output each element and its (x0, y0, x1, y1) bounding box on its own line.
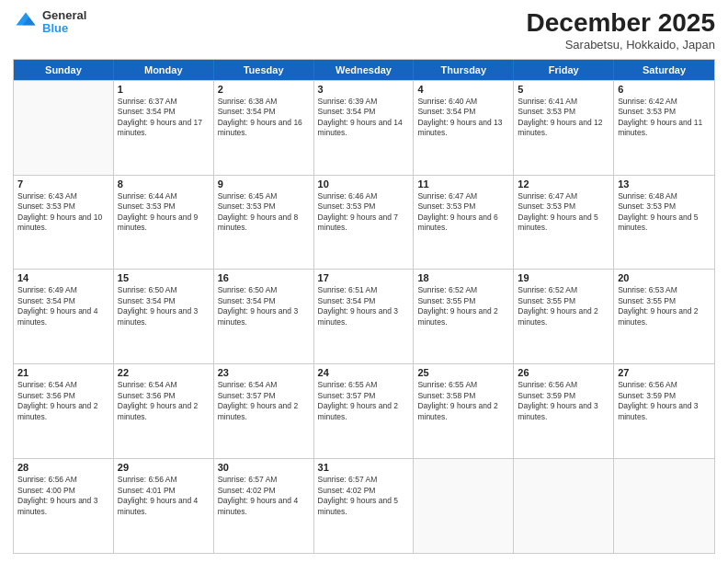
subtitle: Sarabetsu, Hokkaido, Japan (527, 38, 715, 52)
cal-row-4: 28Sunrise: 6:56 AM Sunset: 4:00 PM Dayli… (14, 458, 714, 553)
cal-cell-28: 28Sunrise: 6:56 AM Sunset: 4:00 PM Dayli… (14, 459, 114, 553)
cal-cell-22: 22Sunrise: 6:54 AM Sunset: 3:56 PM Dayli… (114, 364, 214, 458)
day-info: Sunrise: 6:46 AM Sunset: 3:53 PM Dayligh… (318, 191, 410, 234)
day-info: Sunrise: 6:54 AM Sunset: 3:57 PM Dayligh… (218, 380, 310, 422)
day-info: Sunrise: 6:55 AM Sunset: 3:57 PM Dayligh… (318, 380, 410, 422)
day-number: 26 (518, 367, 609, 378)
day-info: Sunrise: 6:43 AM Sunset: 3:53 PM Dayligh… (17, 191, 109, 234)
cal-header-friday: Friday (514, 60, 614, 80)
cal-cell-6: 6Sunrise: 6:42 AM Sunset: 3:53 PM Daylig… (614, 81, 714, 175)
logo-general: General (42, 9, 86, 22)
day-number: 28 (17, 462, 109, 473)
cal-header-tuesday: Tuesday (214, 60, 314, 80)
day-info: Sunrise: 6:54 AM Sunset: 3:56 PM Dayligh… (17, 380, 109, 422)
day-info: Sunrise: 6:38 AM Sunset: 3:54 PM Dayligh… (218, 97, 310, 139)
cal-cell-29: 29Sunrise: 6:56 AM Sunset: 4:01 PM Dayli… (114, 459, 214, 553)
day-info: Sunrise: 6:56 AM Sunset: 3:59 PM Dayligh… (618, 380, 711, 422)
cal-cell-empty-6 (614, 459, 714, 553)
calendar-header-row: SundayMondayTuesdayWednesdayThursdayFrid… (14, 60, 714, 80)
cal-cell-7: 7Sunrise: 6:43 AM Sunset: 3:53 PM Daylig… (14, 176, 114, 270)
day-number: 29 (118, 462, 210, 473)
day-number: 31 (318, 462, 410, 473)
logo-text: General Blue (42, 9, 86, 36)
day-number: 13 (618, 178, 711, 190)
cal-cell-31: 31Sunrise: 6:57 AM Sunset: 4:02 PM Dayli… (314, 459, 415, 553)
day-number: 24 (318, 367, 410, 378)
calendar: SundayMondayTuesdayWednesdayThursdayFrid… (13, 59, 715, 554)
day-info: Sunrise: 6:41 AM Sunset: 3:53 PM Dayligh… (518, 97, 609, 139)
day-number: 8 (118, 178, 210, 190)
day-info: Sunrise: 6:53 AM Sunset: 3:55 PM Dayligh… (618, 285, 711, 327)
day-number: 7 (17, 178, 109, 190)
cal-cell-24: 24Sunrise: 6:55 AM Sunset: 3:57 PM Dayli… (314, 364, 415, 458)
cal-cell-3: 3Sunrise: 6:39 AM Sunset: 3:54 PM Daylig… (314, 81, 415, 175)
day-info: Sunrise: 6:40 AM Sunset: 3:54 PM Dayligh… (417, 97, 509, 139)
day-info: Sunrise: 6:54 AM Sunset: 3:56 PM Dayligh… (118, 380, 210, 422)
calendar-body: 1Sunrise: 6:37 AM Sunset: 3:54 PM Daylig… (14, 80, 714, 553)
cal-row-0: 1Sunrise: 6:37 AM Sunset: 3:54 PM Daylig… (14, 80, 714, 175)
day-info: Sunrise: 6:52 AM Sunset: 3:55 PM Dayligh… (417, 285, 509, 327)
day-number: 4 (417, 84, 509, 95)
day-info: Sunrise: 6:57 AM Sunset: 4:02 PM Dayligh… (318, 475, 410, 517)
logo: General Blue (13, 9, 86, 36)
day-info: Sunrise: 6:42 AM Sunset: 3:53 PM Dayligh… (618, 97, 711, 139)
cal-cell-30: 30Sunrise: 6:57 AM Sunset: 4:02 PM Dayli… (214, 459, 314, 553)
day-number: 14 (17, 272, 109, 283)
day-info: Sunrise: 6:48 AM Sunset: 3:53 PM Dayligh… (618, 191, 711, 234)
day-info: Sunrise: 6:55 AM Sunset: 3:58 PM Dayligh… (417, 380, 509, 422)
day-number: 21 (17, 367, 109, 378)
day-number: 16 (218, 272, 310, 283)
day-info: Sunrise: 6:51 AM Sunset: 3:54 PM Dayligh… (318, 285, 410, 327)
cal-cell-19: 19Sunrise: 6:52 AM Sunset: 3:55 PM Dayli… (514, 270, 614, 363)
day-number: 15 (118, 272, 210, 283)
cal-cell-15: 15Sunrise: 6:50 AM Sunset: 3:54 PM Dayli… (114, 270, 214, 363)
cal-cell-2: 2Sunrise: 6:38 AM Sunset: 3:54 PM Daylig… (214, 81, 314, 175)
month-title: December 2025 (527, 9, 715, 38)
cal-header-saturday: Saturday (614, 60, 714, 80)
day-info: Sunrise: 6:37 AM Sunset: 3:54 PM Dayligh… (118, 97, 210, 139)
logo-blue: Blue (42, 22, 86, 35)
title-block: December 2025 Sarabetsu, Hokkaido, Japan (527, 9, 715, 52)
cal-cell-8: 8Sunrise: 6:44 AM Sunset: 3:53 PM Daylig… (114, 176, 214, 270)
cal-cell-9: 9Sunrise: 6:45 AM Sunset: 3:53 PM Daylig… (214, 176, 314, 270)
logo-icon (13, 9, 39, 35)
day-number: 5 (518, 84, 609, 95)
day-number: 25 (417, 367, 509, 378)
cal-header-wednesday: Wednesday (314, 60, 415, 80)
day-info: Sunrise: 6:44 AM Sunset: 3:53 PM Dayligh… (118, 191, 210, 234)
day-info: Sunrise: 6:47 AM Sunset: 3:53 PM Dayligh… (518, 191, 609, 234)
cal-cell-11: 11Sunrise: 6:47 AM Sunset: 3:53 PM Dayli… (414, 176, 514, 270)
cal-cell-18: 18Sunrise: 6:52 AM Sunset: 3:55 PM Dayli… (414, 270, 514, 363)
cal-header-sunday: Sunday (14, 60, 114, 80)
cal-cell-empty-0 (14, 81, 114, 175)
day-number: 9 (218, 178, 310, 190)
day-number: 1 (118, 84, 210, 95)
day-number: 19 (518, 272, 609, 283)
day-number: 6 (618, 84, 711, 95)
day-info: Sunrise: 6:56 AM Sunset: 3:59 PM Dayligh… (518, 380, 609, 422)
day-info: Sunrise: 6:50 AM Sunset: 3:54 PM Dayligh… (118, 285, 210, 327)
day-number: 11 (417, 178, 509, 190)
cal-header-thursday: Thursday (414, 60, 514, 80)
cal-cell-17: 17Sunrise: 6:51 AM Sunset: 3:54 PM Dayli… (314, 270, 415, 363)
day-number: 23 (218, 367, 310, 378)
cal-cell-26: 26Sunrise: 6:56 AM Sunset: 3:59 PM Dayli… (514, 364, 614, 458)
day-number: 27 (618, 367, 711, 378)
day-number: 17 (318, 272, 410, 283)
cal-cell-20: 20Sunrise: 6:53 AM Sunset: 3:55 PM Dayli… (614, 270, 714, 363)
day-number: 30 (218, 462, 310, 473)
day-info: Sunrise: 6:56 AM Sunset: 4:00 PM Dayligh… (17, 475, 109, 517)
cal-cell-27: 27Sunrise: 6:56 AM Sunset: 3:59 PM Dayli… (614, 364, 714, 458)
day-info: Sunrise: 6:56 AM Sunset: 4:01 PM Dayligh… (118, 475, 210, 517)
day-info: Sunrise: 6:47 AM Sunset: 3:53 PM Dayligh… (417, 191, 509, 234)
cal-row-2: 14Sunrise: 6:49 AM Sunset: 3:54 PM Dayli… (14, 269, 714, 363)
cal-cell-empty-4 (414, 459, 514, 553)
day-number: 10 (318, 178, 410, 190)
cal-cell-13: 13Sunrise: 6:48 AM Sunset: 3:53 PM Dayli… (614, 176, 714, 270)
cal-cell-16: 16Sunrise: 6:50 AM Sunset: 3:54 PM Dayli… (214, 270, 314, 363)
day-number: 3 (318, 84, 410, 95)
day-info: Sunrise: 6:39 AM Sunset: 3:54 PM Dayligh… (318, 97, 410, 139)
day-info: Sunrise: 6:57 AM Sunset: 4:02 PM Dayligh… (218, 475, 310, 517)
cal-cell-23: 23Sunrise: 6:54 AM Sunset: 3:57 PM Dayli… (214, 364, 314, 458)
day-number: 12 (518, 178, 609, 190)
